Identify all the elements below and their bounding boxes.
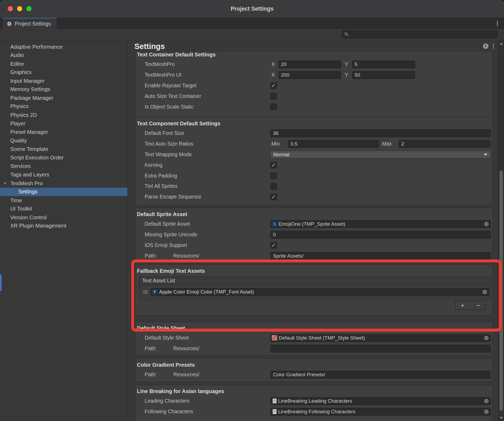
- object-picker-icon[interactable]: [484, 410, 489, 414]
- sidebar-item-script-execution-order[interactable]: Script Execution Order: [0, 153, 127, 162]
- close-button[interactable]: [8, 6, 13, 11]
- color-gradient-path-field[interactable]: [270, 371, 491, 378]
- sidebar-item-label: Tags and Layers: [10, 172, 49, 178]
- field-textmeshpro-size: TextMeshPro X Y: [135, 59, 492, 69]
- kebab-icon: [497, 23, 498, 24]
- field-auto-size-text-container: Auto Size Text Container: [135, 91, 492, 101]
- help-icon[interactable]: ?: [483, 43, 488, 49]
- auto-size-text-container-checkbox[interactable]: [270, 93, 277, 99]
- sidebar-item-label: Input Manager: [10, 78, 45, 84]
- parse-escape-sequence-checkbox[interactable]: ✓: [270, 194, 277, 200]
- scrollbar-thumb[interactable]: [499, 170, 503, 411]
- list-header-label: Text Asset List: [142, 278, 175, 284]
- field-label: Text Auto Size Ratios: [145, 141, 193, 147]
- content-menu-icon[interactable]: [493, 46, 494, 47]
- sidebar-item-adaptive-performance[interactable]: Adaptive Performance: [0, 43, 127, 51]
- field-following-characters: Following Characters LineBreaking Follow…: [135, 406, 492, 417]
- text-wrapping-mode-dropdown[interactable]: Normal: [270, 151, 491, 158]
- search-input[interactable]: [351, 32, 495, 37]
- kerning-checkbox[interactable]: ✓: [270, 162, 277, 168]
- chevron-down-icon: [484, 153, 488, 155]
- scroll-up-icon[interactable]: [499, 43, 503, 45]
- following-characters-object-field[interactable]: LineBreaking Following Characters: [270, 408, 491, 415]
- sidebar-item-ui-toolkit[interactable]: UI Toolkit: [0, 205, 127, 213]
- sidebar-item-player[interactable]: Player: [0, 119, 127, 128]
- field-label: iOS Emoji Support: [145, 242, 187, 248]
- sidebar-item-scene-template[interactable]: Scene Template: [0, 145, 127, 153]
- auto-size-min-field[interactable]: [288, 140, 379, 148]
- sidebar-item-textmesh-pro-settings[interactable]: Settings: [0, 188, 127, 196]
- sidebar-item-label: Package Manager: [10, 95, 53, 101]
- sidebar-item-textmesh-pro[interactable]: ▼ TextMesh Pro: [0, 179, 127, 188]
- textmeshpro-x-field[interactable]: [279, 60, 341, 68]
- section-fallback-emoji-text-assets: Fallback Emoji Text Assets Text Asset Li…: [135, 264, 493, 316]
- sidebar-item-editor[interactable]: Editor: [0, 60, 127, 68]
- field-label: Auto Size Text Container: [145, 93, 201, 99]
- min-label: Min: [271, 141, 281, 147]
- object-picker-icon[interactable]: [484, 399, 489, 403]
- object-picker-icon[interactable]: [483, 290, 487, 294]
- ios-emoji-support-checkbox[interactable]: ✓: [270, 242, 277, 248]
- object-field-value: EmojiOne (TMP_Sprite Asset): [279, 221, 345, 227]
- default-sprite-asset-object-field[interactable]: S EmojiOne (TMP_Sprite Asset): [270, 220, 491, 228]
- scroll-down-icon[interactable]: [499, 417, 503, 419]
- sidebar-item-version-control[interactable]: Version Control: [0, 213, 127, 222]
- fallback-font-asset-object-field[interactable]: F Apple Color Emoji Color (TMP_Font Asse…: [151, 288, 489, 296]
- tab-project-settings[interactable]: Project Settings: [3, 18, 57, 29]
- sidebar-item-time[interactable]: Time: [0, 196, 127, 205]
- textmeshpro-ui-y-field[interactable]: [352, 71, 415, 79]
- check-icon: ✓: [271, 194, 276, 199]
- sidebar-item-label: Quality: [10, 138, 27, 144]
- default-style-sheet-object-field[interactable]: Default Style Sheet (TMP_Style Sheet): [270, 334, 491, 342]
- sidebar-item-tags-and-layers[interactable]: Tags and Layers: [0, 171, 127, 179]
- is-object-scale-static-checkbox[interactable]: [270, 104, 277, 110]
- search-box[interactable]: [342, 30, 497, 38]
- sidebar-item-package-manager[interactable]: Package Manager: [0, 94, 127, 102]
- field-extra-padding: Extra Padding: [135, 170, 492, 181]
- foldout-icon[interactable]: ▼: [3, 181, 7, 185]
- auto-size-max-field[interactable]: [399, 140, 491, 148]
- field-text-wrapping-mode: Text Wrapping Mode Normal: [135, 149, 492, 160]
- sidebar-item-preset-manager[interactable]: Preset Manager: [0, 128, 127, 136]
- sidebar-item-label: Settings: [18, 189, 37, 195]
- section-text-container-defaults: Text Container Default Settings TextMesh…: [135, 52, 493, 117]
- missing-sprite-unicode-field[interactable]: [270, 231, 491, 238]
- section-line-breaking: Line Breaking for Asian languages Leadin…: [135, 385, 493, 421]
- sidebar-item-physics-2d[interactable]: Physics 2D: [0, 111, 127, 119]
- textmeshpro-y-field[interactable]: [352, 60, 415, 68]
- settings-scroll-viewport: Text Container Default Settings TextMesh…: [128, 52, 498, 421]
- sidebar-item-physics[interactable]: Physics: [0, 102, 127, 111]
- minimize-button[interactable]: [17, 6, 22, 11]
- style-sheet-path-field[interactable]: [270, 345, 491, 352]
- remove-item-button[interactable]: −: [471, 302, 485, 309]
- leading-characters-object-field[interactable]: LineBreaking Leading Characters: [270, 397, 491, 405]
- sidebar-item-quality[interactable]: Quality: [0, 136, 127, 145]
- sidebar-item-audio[interactable]: Audio: [0, 51, 127, 60]
- sidebar-item-memory-settings[interactable]: Memory Settings: [0, 85, 127, 94]
- field-label: TextMeshPro: [145, 61, 175, 67]
- enable-raycast-target-checkbox[interactable]: ✓: [270, 82, 277, 89]
- tint-all-sprites-checkbox[interactable]: [270, 183, 277, 189]
- default-font-size-field[interactable]: [270, 129, 491, 137]
- zoom-button[interactable]: [26, 6, 31, 11]
- tab-bar: Project Settings: [0, 18, 504, 29]
- tabbar-menu-button[interactable]: [491, 18, 504, 29]
- sidebar-item-services[interactable]: Services: [0, 162, 127, 170]
- object-picker-icon[interactable]: [484, 222, 489, 226]
- field-is-object-scale-static: Is Object Scale Static: [135, 101, 492, 112]
- object-field-value: LineBreaking Following Characters: [278, 409, 355, 415]
- vertical-scrollbar[interactable]: [498, 40, 504, 421]
- settings-category-sidebar: Adaptive Performance Audio Editor Graphi…: [0, 40, 128, 421]
- object-picker-icon[interactable]: [484, 336, 489, 340]
- sidebar-item-graphics[interactable]: Graphics: [0, 68, 127, 77]
- project-settings-window: Project Settings Project Settings: [0, 0, 504, 421]
- add-item-button[interactable]: +: [456, 302, 469, 309]
- sidebar-item-input-manager[interactable]: Input Manager: [0, 77, 127, 85]
- sidebar-item-xr-plugin-management[interactable]: XR Plugin Management: [0, 222, 127, 230]
- extra-padding-checkbox[interactable]: [270, 172, 277, 179]
- field-default-sprite-asset: Default Sprite Asset S EmojiOne (TMP_Spr…: [135, 218, 492, 229]
- sprite-asset-path-field[interactable]: [270, 252, 491, 260]
- sidebar-item-label: Memory Settings: [10, 86, 50, 93]
- drag-handle-icon[interactable]: [143, 291, 148, 293]
- textmeshpro-ui-x-field[interactable]: [279, 71, 341, 79]
